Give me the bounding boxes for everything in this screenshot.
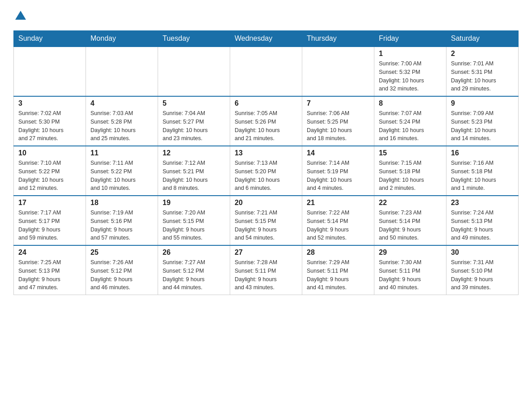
day-number: 9 [451, 99, 514, 107]
day-info: Sunrise: 7:00 AMSunset: 5:32 PMDaylight:… [379, 60, 442, 93]
weekday-header-wednesday: Wednesday [230, 31, 302, 47]
calendar-cell: 20Sunrise: 7:21 AMSunset: 5:15 PMDayligh… [230, 196, 302, 245]
day-info: Sunrise: 7:16 AMSunset: 5:18 PMDaylight:… [451, 159, 514, 193]
calendar-cell: 19Sunrise: 7:20 AMSunset: 5:15 PMDayligh… [158, 196, 230, 245]
calendar-cell: 12Sunrise: 7:12 AMSunset: 5:21 PMDayligh… [158, 146, 230, 196]
calendar-cell: 16Sunrise: 7:16 AMSunset: 5:18 PMDayligh… [446, 146, 519, 196]
calendar-cell: 18Sunrise: 7:19 AMSunset: 5:16 PMDayligh… [86, 196, 158, 245]
page-header [13, 9, 519, 21]
day-number: 3 [18, 99, 81, 107]
calendar-cell: 9Sunrise: 7:09 AMSunset: 5:23 PMDaylight… [446, 96, 519, 146]
day-number: 15 [379, 149, 442, 157]
day-info: Sunrise: 7:19 AMSunset: 5:16 PMDaylight:… [90, 209, 153, 242]
day-info: Sunrise: 7:26 AMSunset: 5:12 PMDaylight:… [90, 258, 153, 292]
day-info: Sunrise: 7:24 AMSunset: 5:13 PMDaylight:… [451, 209, 514, 242]
day-info: Sunrise: 7:04 AMSunset: 5:27 PMDaylight:… [163, 109, 225, 143]
calendar-cell: 5Sunrise: 7:04 AMSunset: 5:27 PMDaylight… [158, 96, 230, 146]
day-info: Sunrise: 7:25 AMSunset: 5:13 PMDaylight:… [18, 258, 81, 292]
day-number: 20 [235, 199, 297, 207]
logo-icon [14, 9, 27, 21]
day-info: Sunrise: 7:22 AMSunset: 5:14 PMDaylight:… [307, 209, 369, 242]
day-info: Sunrise: 7:10 AMSunset: 5:22 PMDaylight:… [18, 159, 81, 193]
calendar-cell: 8Sunrise: 7:07 AMSunset: 5:24 PMDaylight… [374, 96, 446, 146]
day-number: 29 [379, 248, 442, 257]
calendar-cell: 4Sunrise: 7:03 AMSunset: 5:28 PMDaylight… [86, 96, 158, 146]
day-info: Sunrise: 7:09 AMSunset: 5:23 PMDaylight:… [451, 109, 514, 143]
day-number: 21 [307, 199, 369, 207]
calendar-cell: 21Sunrise: 7:22 AMSunset: 5:14 PMDayligh… [302, 196, 374, 245]
week-row-5: 24Sunrise: 7:25 AMSunset: 5:13 PMDayligh… [14, 245, 519, 295]
day-info: Sunrise: 7:03 AMSunset: 5:28 PMDaylight:… [90, 109, 153, 143]
weekday-header-tuesday: Tuesday [158, 31, 230, 47]
day-number: 30 [451, 248, 514, 257]
day-number: 23 [451, 199, 514, 207]
day-info: Sunrise: 7:02 AMSunset: 5:30 PMDaylight:… [18, 109, 81, 143]
day-number: 5 [163, 99, 225, 107]
day-info: Sunrise: 7:14 AMSunset: 5:19 PMDaylight:… [307, 159, 369, 193]
calendar-cell [158, 47, 230, 96]
day-number: 13 [235, 149, 297, 157]
day-info: Sunrise: 7:01 AMSunset: 5:31 PMDaylight:… [451, 60, 514, 93]
weekday-header-monday: Monday [86, 31, 158, 47]
calendar-cell: 2Sunrise: 7:01 AMSunset: 5:31 PMDaylight… [446, 47, 519, 96]
calendar-cell: 6Sunrise: 7:05 AMSunset: 5:26 PMDaylight… [230, 96, 302, 146]
day-info: Sunrise: 7:05 AMSunset: 5:26 PMDaylight:… [235, 109, 297, 143]
calendar-cell: 17Sunrise: 7:17 AMSunset: 5:17 PMDayligh… [14, 196, 86, 245]
week-row-4: 17Sunrise: 7:17 AMSunset: 5:17 PMDayligh… [14, 196, 519, 245]
day-info: Sunrise: 7:29 AMSunset: 5:11 PMDaylight:… [307, 258, 369, 292]
day-info: Sunrise: 7:23 AMSunset: 5:14 PMDaylight:… [379, 209, 442, 242]
calendar-cell: 13Sunrise: 7:13 AMSunset: 5:20 PMDayligh… [230, 146, 302, 196]
calendar-cell: 25Sunrise: 7:26 AMSunset: 5:12 PMDayligh… [86, 245, 158, 295]
day-info: Sunrise: 7:27 AMSunset: 5:12 PMDaylight:… [163, 258, 225, 292]
weekday-header-thursday: Thursday [302, 31, 374, 47]
calendar-cell: 22Sunrise: 7:23 AMSunset: 5:14 PMDayligh… [374, 196, 446, 245]
day-info: Sunrise: 7:20 AMSunset: 5:15 PMDaylight:… [163, 209, 225, 242]
day-info: Sunrise: 7:30 AMSunset: 5:11 PMDaylight:… [379, 258, 442, 292]
day-info: Sunrise: 7:28 AMSunset: 5:11 PMDaylight:… [235, 258, 297, 292]
svg-marker-0 [15, 11, 26, 20]
weekday-header-saturday: Saturday [446, 31, 519, 47]
day-number: 28 [307, 248, 369, 257]
day-info: Sunrise: 7:13 AMSunset: 5:20 PMDaylight:… [235, 159, 297, 193]
day-info: Sunrise: 7:12 AMSunset: 5:21 PMDaylight:… [163, 159, 225, 193]
week-row-3: 10Sunrise: 7:10 AMSunset: 5:22 PMDayligh… [14, 146, 519, 196]
day-info: Sunrise: 7:07 AMSunset: 5:24 PMDaylight:… [379, 109, 442, 143]
day-number: 8 [379, 99, 442, 107]
day-number: 4 [90, 99, 153, 107]
calendar-cell: 27Sunrise: 7:28 AMSunset: 5:11 PMDayligh… [230, 245, 302, 295]
calendar-cell: 30Sunrise: 7:31 AMSunset: 5:10 PMDayligh… [446, 245, 519, 295]
week-row-2: 3Sunrise: 7:02 AMSunset: 5:30 PMDaylight… [14, 96, 519, 146]
day-number: 27 [235, 248, 297, 257]
weekday-header-sunday: Sunday [14, 31, 86, 47]
day-number: 6 [235, 99, 297, 107]
day-info: Sunrise: 7:21 AMSunset: 5:15 PMDaylight:… [235, 209, 297, 242]
weekday-header-friday: Friday [374, 31, 446, 47]
calendar-cell [302, 47, 374, 96]
calendar-cell [14, 47, 86, 96]
day-number: 16 [451, 149, 514, 157]
calendar-cell: 11Sunrise: 7:11 AMSunset: 5:22 PMDayligh… [86, 146, 158, 196]
day-number: 11 [90, 149, 153, 157]
calendar-cell: 29Sunrise: 7:30 AMSunset: 5:11 PMDayligh… [374, 245, 446, 295]
day-info: Sunrise: 7:31 AMSunset: 5:10 PMDaylight:… [451, 258, 514, 292]
day-number: 24 [18, 248, 81, 257]
day-number: 19 [163, 199, 225, 207]
calendar-cell: 14Sunrise: 7:14 AMSunset: 5:19 PMDayligh… [302, 146, 374, 196]
day-number: 2 [451, 50, 514, 58]
day-info: Sunrise: 7:11 AMSunset: 5:22 PMDaylight:… [90, 159, 153, 193]
calendar-cell: 10Sunrise: 7:10 AMSunset: 5:22 PMDayligh… [14, 146, 86, 196]
week-row-1: 1Sunrise: 7:00 AMSunset: 5:32 PMDaylight… [14, 47, 519, 96]
calendar-cell: 26Sunrise: 7:27 AMSunset: 5:12 PMDayligh… [158, 245, 230, 295]
calendar-cell: 28Sunrise: 7:29 AMSunset: 5:11 PMDayligh… [302, 245, 374, 295]
day-info: Sunrise: 7:06 AMSunset: 5:25 PMDaylight:… [307, 109, 369, 143]
day-number: 26 [163, 248, 225, 257]
calendar-cell: 3Sunrise: 7:02 AMSunset: 5:30 PMDaylight… [14, 96, 86, 146]
day-number: 14 [307, 149, 369, 157]
day-info: Sunrise: 7:15 AMSunset: 5:18 PMDaylight:… [379, 159, 442, 193]
day-number: 25 [90, 248, 153, 257]
day-info: Sunrise: 7:17 AMSunset: 5:17 PMDaylight:… [18, 209, 81, 242]
calendar-cell: 7Sunrise: 7:06 AMSunset: 5:25 PMDaylight… [302, 96, 374, 146]
logo [13, 9, 28, 21]
calendar-cell [86, 47, 158, 96]
day-number: 17 [18, 199, 81, 207]
